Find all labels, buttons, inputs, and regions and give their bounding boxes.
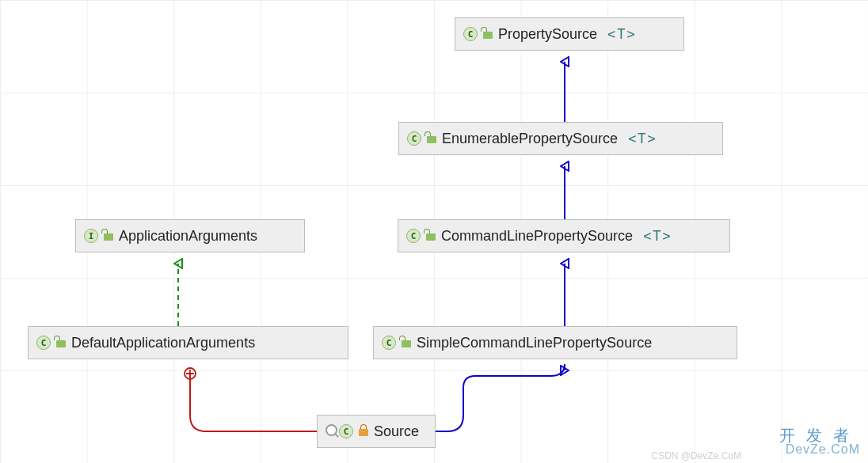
node-simple-commandline-property-source[interactable]: C SimpleCommandLinePropertySource xyxy=(373,326,737,359)
node-enumerable-property-source[interactable]: C EnumerablePropertySource <T> xyxy=(398,122,723,155)
unlock-icon xyxy=(56,338,66,347)
unlock-icon xyxy=(402,338,411,347)
magnifier-icon xyxy=(326,424,340,438)
node-label: DefaultApplicationArguments xyxy=(71,335,255,351)
watermark-en: DevZe.CoM xyxy=(779,442,860,457)
node-label: PropertySource xyxy=(498,26,597,43)
lock-icon xyxy=(359,427,368,436)
unlock-icon xyxy=(427,134,436,143)
watermark: 开发者 DevZe.CoM xyxy=(779,427,860,457)
class-icon: C xyxy=(339,424,353,438)
unlock-icon xyxy=(483,29,493,39)
node-default-application-arguments[interactable]: C DefaultApplicationArguments xyxy=(28,326,348,359)
type-param: <T> xyxy=(607,26,637,42)
class-icon: C xyxy=(382,336,396,350)
node-label: CommandLinePropertySource xyxy=(441,228,633,245)
node-property-source[interactable]: C PropertySource <T> xyxy=(455,17,684,51)
class-icon: C xyxy=(463,27,478,41)
type-param: <T> xyxy=(628,131,657,146)
interface-icon: I xyxy=(84,229,98,243)
node-commandline-property-source[interactable]: C CommandLinePropertySource <T> xyxy=(398,219,730,252)
node-application-arguments[interactable]: I ApplicationArguments xyxy=(75,219,305,252)
node-label: EnumerablePropertySource xyxy=(442,131,618,147)
node-label: ApplicationArguments xyxy=(119,228,257,245)
class-icon: C xyxy=(406,229,421,243)
node-label: SimpleCommandLinePropertySource xyxy=(417,335,652,351)
class-icon: C xyxy=(36,336,51,350)
class-icon: C xyxy=(407,131,421,146)
unlock-icon xyxy=(426,231,436,241)
credit-text: CSDN @DevZe.CoM xyxy=(651,450,741,461)
node-source[interactable]: C Source xyxy=(317,415,436,448)
unlock-icon xyxy=(104,231,113,241)
type-param: <T> xyxy=(643,228,672,244)
node-label: Source xyxy=(374,423,419,440)
watermark-cn: 开发者 xyxy=(779,427,860,444)
